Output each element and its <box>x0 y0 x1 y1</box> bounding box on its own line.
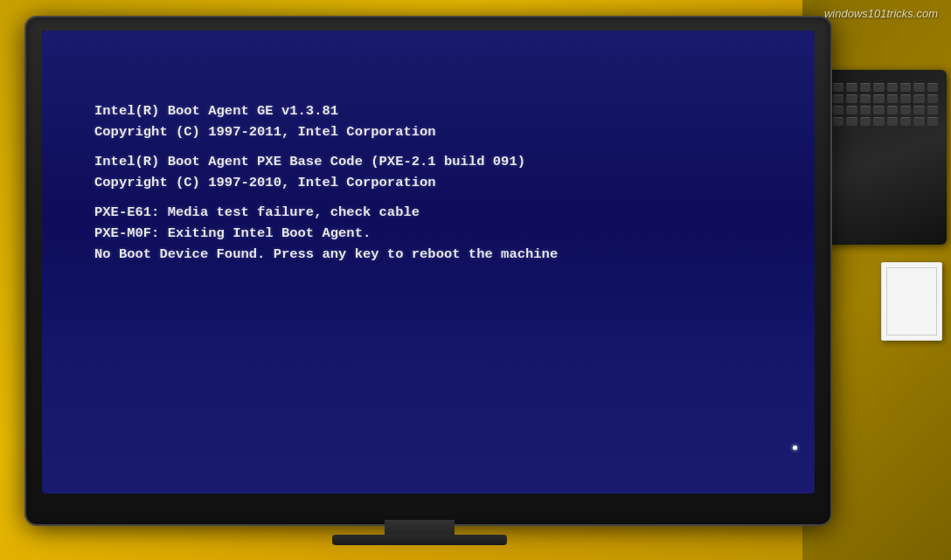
paper-box <box>881 262 942 341</box>
key <box>873 83 884 92</box>
key <box>887 83 898 92</box>
key <box>860 117 871 126</box>
key <box>900 106 911 114</box>
key <box>887 94 898 103</box>
key <box>873 94 884 103</box>
boot-line-8: PXE-M0F: Exiting Intel Boot Agent. <box>94 223 762 244</box>
boot-line-5: Copyright (C) 1997-2010, Intel Corporati… <box>94 172 762 193</box>
key <box>860 94 871 103</box>
key <box>913 106 924 114</box>
watermark-text: windows101tricks.com <box>824 7 938 20</box>
key <box>860 83 871 92</box>
key <box>900 117 911 126</box>
key <box>846 83 857 92</box>
key <box>833 117 843 126</box>
boot-line-1: Intel(R) Boot Agent GE v1.3.81 <box>94 100 762 121</box>
keyboard <box>824 70 947 245</box>
key <box>860 106 871 114</box>
key <box>913 117 924 126</box>
boot-line-2: Copyright (C) 1997-2011, Intel Corporati… <box>94 121 762 142</box>
monitor: Intel(R) Boot Agent GE v1.3.81 Copyright… <box>26 17 830 524</box>
boot-line-spacer-2 <box>94 193 762 202</box>
key <box>873 106 884 114</box>
key <box>833 83 843 92</box>
key <box>846 94 857 103</box>
screen: Intel(R) Boot Agent GE v1.3.81 Copyright… <box>42 31 815 494</box>
key <box>927 83 938 92</box>
boot-line-4: Intel(R) Boot Agent PXE Base Code (PXE-2… <box>94 151 762 172</box>
key <box>927 94 938 103</box>
led-indicator <box>793 446 797 450</box>
monitor-screen-area: Intel(R) Boot Agent GE v1.3.81 Copyright… <box>42 31 815 494</box>
key <box>846 117 857 126</box>
key <box>887 106 898 114</box>
watermark: windows101tricks.com <box>824 7 938 20</box>
key <box>900 94 911 103</box>
screen-content: Intel(R) Boot Agent GE v1.3.81 Copyright… <box>94 100 762 265</box>
key <box>833 106 843 114</box>
key <box>927 106 938 114</box>
key <box>887 117 898 126</box>
boot-line-spacer-1 <box>94 142 762 151</box>
monitor-base <box>332 535 507 545</box>
key <box>846 106 857 114</box>
key <box>900 83 911 92</box>
key <box>833 94 843 103</box>
boot-line-9: No Boot Device Found. Press any key to r… <box>94 244 762 265</box>
key <box>927 117 938 126</box>
boot-line-7: PXE-E61: Media test failure, check cable <box>94 202 762 223</box>
key <box>873 117 884 126</box>
key <box>913 83 924 92</box>
key <box>913 94 924 103</box>
keyboard-keys <box>824 70 947 139</box>
